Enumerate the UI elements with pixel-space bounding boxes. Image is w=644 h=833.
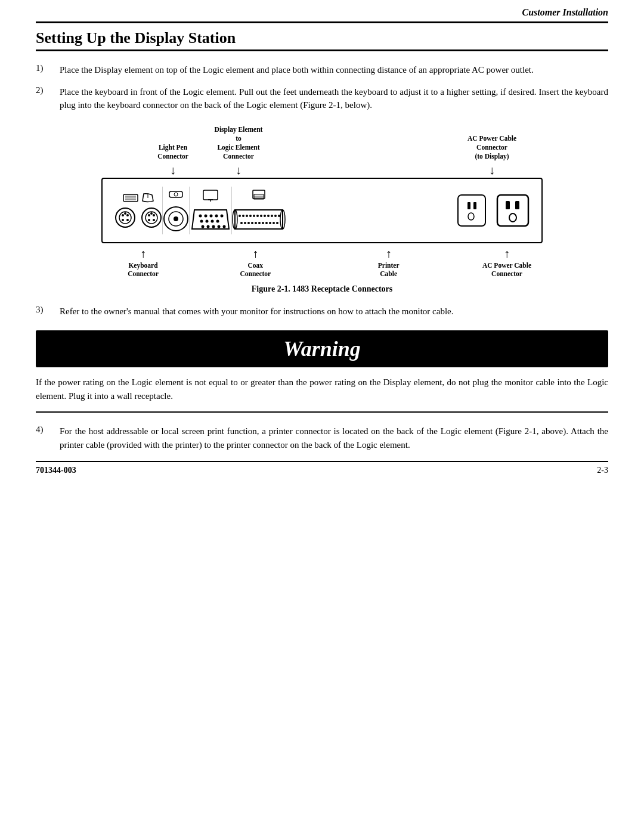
svg-point-27 <box>199 214 202 217</box>
label-ac-power-connector: ↑ AC Power CableConnector <box>477 246 537 279</box>
svg-point-15 <box>153 214 155 216</box>
svg-point-68 <box>269 222 271 224</box>
list-item: 4) For the host addressable or local scr… <box>36 425 608 451</box>
divider1 <box>162 187 163 234</box>
printer-section <box>232 190 286 231</box>
figure-container: Light PenConnector ↓ Display ElementtoLo… <box>101 124 543 295</box>
svg-point-35 <box>216 219 219 222</box>
svg-point-29 <box>210 214 213 217</box>
svg-point-40 <box>223 225 226 228</box>
page-footer: 701344-003 2-3 <box>36 461 608 475</box>
step-text: Place the keyboard in front of the Logic… <box>60 85 608 112</box>
footer-page-number: 2-3 <box>597 466 608 475</box>
svg-point-17 <box>153 219 155 221</box>
vga-section <box>190 190 231 231</box>
keyboard-section <box>114 193 162 228</box>
svg-point-37 <box>207 225 210 228</box>
svg-point-59 <box>278 215 280 217</box>
svg-point-30 <box>215 214 218 217</box>
ac-large-outlet-icon <box>496 194 530 227</box>
svg-point-62 <box>247 222 250 224</box>
svg-point-64 <box>255 222 257 224</box>
svg-point-50 <box>246 215 248 217</box>
step-num: 3) <box>36 305 60 315</box>
svg-point-7 <box>122 214 124 216</box>
svg-rect-71 <box>458 195 485 226</box>
ac-power-section <box>457 194 530 227</box>
coax-connector-icon <box>163 206 189 232</box>
label-display-element: Display ElementtoLogic ElementConnector … <box>209 125 268 178</box>
step-3-list: 3) Refer to the owner's manual that come… <box>36 305 608 318</box>
svg-point-58 <box>274 215 277 217</box>
label-printer-cable: ↑ PrinterCable <box>368 246 410 279</box>
svg-point-23 <box>174 216 178 221</box>
svg-rect-47 <box>235 210 283 229</box>
footer-doc-number: 701344-003 <box>36 466 76 475</box>
step-text: Place the Display element on top of the … <box>60 63 608 77</box>
svg-point-34 <box>211 219 214 222</box>
mouse-connector-icon <box>141 207 162 228</box>
hardware-diagram <box>101 178 543 243</box>
list-item: 2) Place the keyboard in front of the Lo… <box>36 85 608 112</box>
svg-point-10 <box>126 219 129 221</box>
svg-point-5 <box>116 208 135 227</box>
svg-point-20 <box>174 193 178 196</box>
coax-top-icon <box>167 189 185 200</box>
step-num: 2) <box>36 85 60 95</box>
ac-small-outlet-icon <box>457 194 487 227</box>
svg-point-54 <box>260 215 262 217</box>
svg-point-57 <box>271 215 273 217</box>
svg-point-63 <box>251 222 253 224</box>
svg-point-69 <box>273 222 275 224</box>
labels-below: ↑ KeyboardConnector ↑ CoaxConnector ↑ Pr… <box>101 243 543 279</box>
svg-rect-24 <box>203 190 218 200</box>
label-coax-connector: ↑ CoaxConnector <box>234 246 276 279</box>
svg-point-38 <box>212 225 215 228</box>
svg-point-16 <box>148 219 150 221</box>
svg-point-9 <box>122 219 124 221</box>
printer-icon <box>250 190 267 202</box>
svg-point-18 <box>150 212 153 215</box>
section-title: Setting Up the Display Station <box>36 29 608 47</box>
svg-point-28 <box>205 214 208 217</box>
svg-point-53 <box>256 215 259 217</box>
coax-section <box>163 189 189 232</box>
svg-rect-76 <box>506 201 510 209</box>
keyboard-top-icon <box>122 193 139 203</box>
svg-point-60 <box>240 222 243 224</box>
instruction-list: 1) Place the Display element on top of t… <box>36 63 608 112</box>
figure-caption: Figure 2-1. 1483 Receptacle Connectors <box>101 284 543 294</box>
svg-point-78 <box>509 213 516 222</box>
divider2 <box>189 187 190 234</box>
page-header: Customer Installation <box>36 0 608 23</box>
warning-text: If the power rating on the Logic element… <box>36 376 608 404</box>
svg-point-56 <box>267 215 270 217</box>
svg-point-66 <box>262 222 264 224</box>
svg-point-48 <box>239 215 241 217</box>
svg-point-61 <box>244 222 246 224</box>
section-title-bar: Setting Up the Display Station <box>36 29 608 51</box>
svg-rect-77 <box>515 201 519 209</box>
svg-point-70 <box>276 222 278 224</box>
svg-point-49 <box>242 215 244 217</box>
monitor-icon <box>202 190 219 202</box>
step-text: For the host addressable or local screen… <box>60 425 608 451</box>
svg-rect-73 <box>473 202 476 209</box>
svg-point-36 <box>202 225 205 228</box>
svg-point-33 <box>206 219 209 222</box>
step-num: 1) <box>36 63 60 73</box>
svg-point-14 <box>148 214 150 216</box>
keyboard-connector-icon <box>114 207 136 228</box>
list-item: 1) Place the Display element on top of t… <box>36 63 608 77</box>
step-num: 4) <box>36 425 60 435</box>
vga-connector-icon <box>190 208 231 231</box>
header-title: Customer Installation <box>522 7 609 17</box>
svg-point-67 <box>265 222 268 224</box>
svg-point-55 <box>264 215 266 217</box>
svg-point-65 <box>258 222 261 224</box>
label-keyboard-connector: ↑ KeyboardConnector <box>119 246 167 279</box>
printer-connector-icon <box>232 208 286 231</box>
step-text: Refer to the owner's manual that comes w… <box>60 305 608 318</box>
step-4-list: 4) For the host addressable or local scr… <box>36 425 608 451</box>
svg-point-32 <box>200 219 203 222</box>
